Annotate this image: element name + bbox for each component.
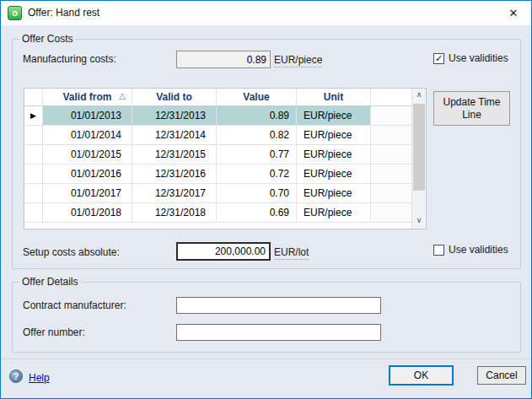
scroll-up-icon[interactable]: ∧ bbox=[412, 89, 426, 103]
valid-from-cell[interactable]: 01/01/2015 bbox=[43, 145, 132, 164]
manufacturing-costs-label: Manufacturing costs: bbox=[23, 53, 116, 66]
contract-manufacturer-label: Contract manufacturer: bbox=[23, 299, 126, 312]
valid-to-cell[interactable]: 12/31/2013 bbox=[132, 106, 217, 125]
grid-row[interactable]: 01/01/201812/31/20180.69EUR/piece bbox=[24, 203, 411, 223]
offer-details-group bbox=[12, 282, 521, 353]
value-cell[interactable]: 0.69 bbox=[217, 203, 297, 222]
valid-from-cell[interactable]: 01/01/2013 bbox=[43, 106, 132, 125]
column-header-valid-from[interactable]: Valid from △ bbox=[43, 89, 132, 105]
offer-details-group-label: Offer Details bbox=[19, 276, 81, 288]
grid-scrollbar[interactable]: ∧ ∨ bbox=[411, 89, 426, 229]
valid-from-cell[interactable]: 01/01/2016 bbox=[43, 164, 132, 183]
column-header-valid-to[interactable]: Valid to bbox=[132, 89, 217, 105]
update-time-line-button[interactable]: Update Time Line bbox=[433, 91, 510, 126]
window-title: Offer: Hand rest bbox=[28, 1, 99, 25]
use-validities-top-label: Use validities bbox=[449, 52, 508, 65]
scrollbar-thumb[interactable] bbox=[413, 104, 425, 191]
offer-dialog: o Offer: Hand rest ✕ Offer Costs Manufac… bbox=[0, 0, 532, 399]
value-cell[interactable]: 0.82 bbox=[217, 126, 297, 144]
column-header-value[interactable]: Value bbox=[217, 89, 297, 105]
valid-from-cell[interactable]: 01/01/2014 bbox=[43, 126, 132, 144]
unit-cell[interactable]: EUR/piece bbox=[297, 106, 371, 125]
value-cell[interactable]: 0.77 bbox=[217, 145, 297, 164]
offer-number-input[interactable] bbox=[176, 324, 381, 341]
valid-from-cell[interactable]: 01/01/2017 bbox=[43, 184, 132, 202]
setup-costs-input[interactable] bbox=[176, 242, 271, 261]
row-selector-cell[interactable] bbox=[24, 184, 43, 202]
ok-button[interactable]: OK bbox=[389, 365, 454, 386]
valid-to-cell[interactable]: 12/31/2015 bbox=[132, 145, 217, 164]
unit-cell[interactable]: EUR/piece bbox=[297, 145, 371, 164]
column-header-unit[interactable]: Unit bbox=[297, 89, 371, 105]
offer-number-label: Offer number: bbox=[23, 326, 85, 339]
sort-ascending-icon: △ bbox=[119, 91, 126, 100]
titlebar: o Offer: Hand rest ✕ bbox=[1, 1, 531, 25]
valid-from-cell[interactable]: 01/01/2018 bbox=[43, 203, 132, 222]
scrollbar-track[interactable] bbox=[412, 103, 426, 214]
unit-cell[interactable]: EUR/piece bbox=[297, 184, 371, 202]
filler-cell[interactable] bbox=[371, 126, 411, 144]
grid-row[interactable]: 01/01/201412/31/20140.82EUR/piece bbox=[24, 126, 411, 145]
value-cell[interactable]: 0.89 bbox=[217, 106, 297, 125]
valid-to-cell[interactable]: 12/31/2018 bbox=[132, 203, 217, 222]
valid-to-cell[interactable]: 12/31/2016 bbox=[132, 164, 217, 183]
row-selector-cell[interactable] bbox=[24, 203, 43, 222]
filler-cell[interactable] bbox=[371, 184, 411, 202]
grid-header: Valid from △ Valid to Value Unit bbox=[24, 89, 411, 106]
contract-manufacturer-input[interactable] bbox=[176, 297, 381, 314]
scroll-down-icon[interactable]: ∨ bbox=[412, 214, 426, 229]
manufacturing-costs-input[interactable] bbox=[176, 51, 271, 68]
use-validities-bottom-label: Use validities bbox=[449, 244, 508, 256]
unit-cell[interactable]: EUR/piece bbox=[297, 203, 371, 222]
unit-cell[interactable]: EUR/piece bbox=[297, 126, 371, 144]
valid-to-cell[interactable]: 12/31/2014 bbox=[132, 126, 217, 144]
unit-cell[interactable]: EUR/piece bbox=[297, 164, 371, 183]
grid-body: ▶01/01/201312/31/20130.89EUR/piece01/01/… bbox=[24, 106, 411, 223]
app-icon: o bbox=[8, 6, 22, 20]
row-selector-cell[interactable] bbox=[24, 126, 43, 144]
setup-costs-label: Setup costs absolute: bbox=[23, 246, 120, 259]
filler-cell[interactable] bbox=[371, 164, 411, 183]
help-link[interactable]: Help bbox=[29, 372, 50, 384]
row-selector-cell[interactable]: ▶ bbox=[24, 106, 43, 125]
use-validities-top-checkbox[interactable]: ✓ bbox=[433, 53, 444, 64]
use-validities-bottom-checkbox[interactable] bbox=[433, 245, 444, 256]
row-selector-cell[interactable] bbox=[24, 164, 43, 183]
filler-cell[interactable] bbox=[371, 106, 411, 125]
grid-row[interactable]: 01/01/201512/31/20150.77EUR/piece bbox=[24, 145, 411, 164]
help-icon[interactable]: ? bbox=[9, 369, 23, 383]
valid-to-cell[interactable]: 12/31/2017 bbox=[132, 184, 217, 202]
value-cell[interactable]: 0.70 bbox=[217, 184, 297, 202]
column-header-filler bbox=[371, 89, 411, 105]
close-icon[interactable]: ✕ bbox=[500, 1, 527, 25]
grid-row[interactable]: 01/01/201712/31/20170.70EUR/piece bbox=[24, 184, 411, 203]
offer-costs-group-label: Offer Costs bbox=[19, 33, 76, 45]
filler-cell[interactable] bbox=[371, 203, 411, 222]
value-cell[interactable]: 0.72 bbox=[217, 164, 297, 183]
header-selector-cell bbox=[24, 89, 43, 105]
manufacturing-unit-label: EUR/piece bbox=[274, 54, 322, 67]
grid-row[interactable]: ▶01/01/201312/31/20130.89EUR/piece bbox=[24, 106, 411, 126]
cancel-button[interactable]: Cancel bbox=[477, 366, 526, 385]
column-header-label: Valid from bbox=[62, 91, 111, 103]
setup-unit-label: EUR/lot bbox=[274, 246, 309, 260]
footer-separator bbox=[2, 359, 530, 359]
grid-row[interactable]: 01/01/201612/31/20160.72EUR/piece bbox=[24, 164, 411, 184]
row-selector-cell[interactable] bbox=[24, 145, 43, 164]
validity-grid: Valid from △ Valid to Value Unit ▶01/01/… bbox=[24, 88, 427, 229]
filler-cell[interactable] bbox=[371, 145, 411, 164]
